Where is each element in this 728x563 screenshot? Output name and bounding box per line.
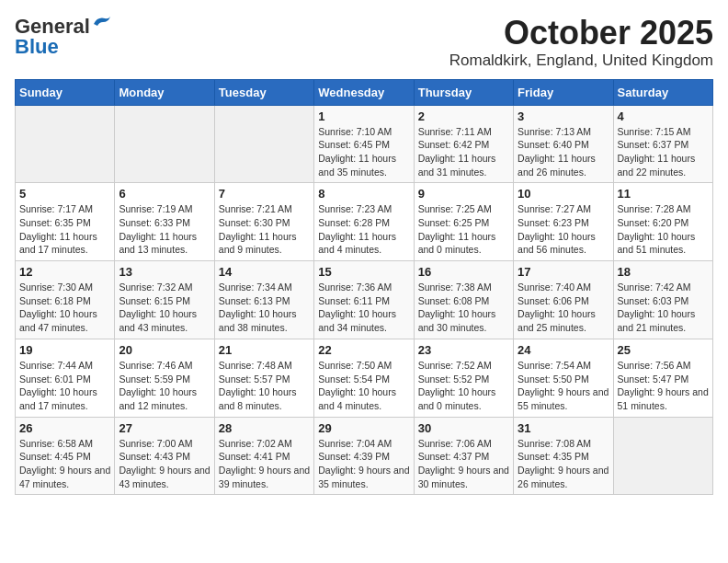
day-number: 24 [518,343,609,357]
calendar-cell: 16Sunrise: 7:38 AMSunset: 6:08 PMDayligh… [414,261,513,339]
day-info: Sunrise: 6:58 AMSunset: 4:45 PMDaylight:… [19,437,110,491]
day-info: Sunrise: 7:38 AMSunset: 6:08 PMDaylight:… [418,281,509,335]
day-number: 29 [318,421,409,435]
calendar-week-3: 12Sunrise: 7:30 AMSunset: 6:18 PMDayligh… [16,261,713,339]
day-number: 11 [618,187,709,201]
day-info: Sunrise: 7:19 AMSunset: 6:33 PMDaylight:… [119,202,210,257]
day-number: 20 [119,343,210,357]
calendar-cell: 21Sunrise: 7:48 AMSunset: 5:57 PMDayligh… [214,339,313,417]
day-number: 27 [119,421,210,435]
weekday-header-thursday: Thursday [414,79,513,105]
weekday-header-tuesday: Tuesday [214,79,313,105]
day-number: 14 [219,265,310,279]
weekday-header-sunday: Sunday [16,79,115,105]
calendar-cell: 28Sunrise: 7:02 AMSunset: 4:41 PMDayligh… [214,417,313,495]
calendar-cell: 1Sunrise: 7:10 AMSunset: 6:45 PMDaylight… [314,105,414,183]
day-info: Sunrise: 7:34 AMSunset: 6:13 PMDaylight:… [219,281,310,335]
day-info: Sunrise: 7:44 AMSunset: 6:01 PMDaylight:… [19,359,110,413]
day-number: 16 [418,265,509,279]
day-number: 26 [19,421,110,435]
day-number: 5 [19,187,110,201]
day-info: Sunrise: 7:23 AMSunset: 6:28 PMDaylight:… [318,202,409,257]
day-number: 19 [19,343,110,357]
calendar-cell [16,105,115,183]
day-info: Sunrise: 7:27 AMSunset: 6:23 PMDaylight:… [518,202,609,257]
day-info: Sunrise: 7:40 AMSunset: 6:06 PMDaylight:… [518,281,609,335]
day-number: 3 [518,109,609,123]
logo-bird-icon [92,15,112,31]
day-info: Sunrise: 7:42 AMSunset: 6:03 PMDaylight:… [618,281,709,335]
calendar-subtitle: Romaldkirk, England, United Kingdom [449,52,713,70]
day-info: Sunrise: 7:17 AMSunset: 6:35 PMDaylight:… [19,202,110,257]
calendar-cell [613,417,712,495]
day-number: 9 [418,187,509,201]
day-info: Sunrise: 7:00 AMSunset: 4:43 PMDaylight:… [119,437,210,491]
calendar-cell: 4Sunrise: 7:15 AMSunset: 6:37 PMDaylight… [613,105,712,183]
calendar-cell: 13Sunrise: 7:32 AMSunset: 6:15 PMDayligh… [115,261,214,339]
calendar-cell: 26Sunrise: 6:58 AMSunset: 4:45 PMDayligh… [16,417,115,495]
calendar-week-4: 19Sunrise: 7:44 AMSunset: 6:01 PMDayligh… [16,339,713,417]
calendar-cell: 17Sunrise: 7:40 AMSunset: 6:06 PMDayligh… [514,261,613,339]
calendar-cell: 22Sunrise: 7:50 AMSunset: 5:54 PMDayligh… [314,339,414,417]
day-info: Sunrise: 7:46 AMSunset: 5:59 PMDaylight:… [119,359,210,413]
day-number: 4 [618,109,709,123]
calendar-cell: 20Sunrise: 7:46 AMSunset: 5:59 PMDayligh… [115,339,214,417]
day-number: 13 [119,265,210,279]
calendar-cell: 6Sunrise: 7:19 AMSunset: 6:33 PMDaylight… [115,183,214,261]
day-number: 8 [318,187,409,201]
calendar-cell: 29Sunrise: 7:04 AMSunset: 4:39 PMDayligh… [314,417,414,495]
calendar-week-1: 1Sunrise: 7:10 AMSunset: 6:45 PMDaylight… [16,105,713,183]
calendar-cell: 8Sunrise: 7:23 AMSunset: 6:28 PMDaylight… [314,183,414,261]
day-info: Sunrise: 7:56 AMSunset: 5:47 PMDaylight:… [618,359,709,413]
calendar-cell: 10Sunrise: 7:27 AMSunset: 6:23 PMDayligh… [514,183,613,261]
day-info: Sunrise: 7:06 AMSunset: 4:37 PMDaylight:… [418,437,509,491]
calendar-week-5: 26Sunrise: 6:58 AMSunset: 4:45 PMDayligh… [16,417,713,495]
day-info: Sunrise: 7:32 AMSunset: 6:15 PMDaylight:… [119,281,210,335]
calendar-cell: 24Sunrise: 7:54 AMSunset: 5:50 PMDayligh… [514,339,613,417]
day-number: 25 [618,343,709,357]
logo-blue-text: Blue [15,35,59,59]
calendar-cell: 9Sunrise: 7:25 AMSunset: 6:25 PMDaylight… [414,183,513,261]
calendar-week-2: 5Sunrise: 7:17 AMSunset: 6:35 PMDaylight… [16,183,713,261]
day-number: 30 [418,421,509,435]
weekday-header-row: SundayMondayTuesdayWednesdayThursdayFrid… [16,79,713,105]
day-number: 10 [518,187,609,201]
calendar-table: SundayMondayTuesdayWednesdayThursdayFrid… [15,79,713,496]
weekday-header-monday: Monday [115,79,214,105]
calendar-cell: 25Sunrise: 7:56 AMSunset: 5:47 PMDayligh… [613,339,712,417]
day-number: 7 [219,187,310,201]
weekday-header-friday: Friday [514,79,613,105]
day-number: 2 [418,109,509,123]
calendar-cell: 14Sunrise: 7:34 AMSunset: 6:13 PMDayligh… [214,261,313,339]
day-info: Sunrise: 7:52 AMSunset: 5:52 PMDaylight:… [418,359,509,413]
day-info: Sunrise: 7:50 AMSunset: 5:54 PMDaylight:… [318,359,409,413]
calendar-cell: 15Sunrise: 7:36 AMSunset: 6:11 PMDayligh… [314,261,414,339]
day-info: Sunrise: 7:21 AMSunset: 6:30 PMDaylight:… [219,202,310,257]
day-info: Sunrise: 7:30 AMSunset: 6:18 PMDaylight:… [19,281,110,335]
day-info: Sunrise: 7:04 AMSunset: 4:39 PMDaylight:… [318,437,409,491]
day-number: 23 [418,343,509,357]
calendar-cell: 27Sunrise: 7:00 AMSunset: 4:43 PMDayligh… [115,417,214,495]
calendar-cell [115,105,214,183]
page-header: General Blue October 2025 Romaldkirk, En… [15,15,713,70]
calendar-cell: 2Sunrise: 7:11 AMSunset: 6:42 PMDaylight… [414,105,513,183]
day-info: Sunrise: 7:48 AMSunset: 5:57 PMDaylight:… [219,359,310,413]
calendar-cell: 30Sunrise: 7:06 AMSunset: 4:37 PMDayligh… [414,417,513,495]
weekday-header-saturday: Saturday [613,79,712,105]
day-number: 1 [318,109,409,123]
day-number: 22 [318,343,409,357]
calendar-cell: 5Sunrise: 7:17 AMSunset: 6:35 PMDaylight… [16,183,115,261]
day-info: Sunrise: 7:15 AMSunset: 6:37 PMDaylight:… [618,125,709,179]
day-info: Sunrise: 7:08 AMSunset: 4:35 PMDaylight:… [518,437,609,491]
day-number: 21 [219,343,310,357]
day-info: Sunrise: 7:13 AMSunset: 6:40 PMDaylight:… [518,125,609,179]
calendar-cell: 23Sunrise: 7:52 AMSunset: 5:52 PMDayligh… [414,339,513,417]
calendar-cell: 18Sunrise: 7:42 AMSunset: 6:03 PMDayligh… [613,261,712,339]
day-number: 31 [518,421,609,435]
day-info: Sunrise: 7:25 AMSunset: 6:25 PMDaylight:… [418,202,509,257]
day-info: Sunrise: 7:10 AMSunset: 6:45 PMDaylight:… [318,125,409,179]
day-info: Sunrise: 7:54 AMSunset: 5:50 PMDaylight:… [518,359,609,413]
calendar-cell: 31Sunrise: 7:08 AMSunset: 4:35 PMDayligh… [514,417,613,495]
day-number: 28 [219,421,310,435]
day-number: 15 [318,265,409,279]
